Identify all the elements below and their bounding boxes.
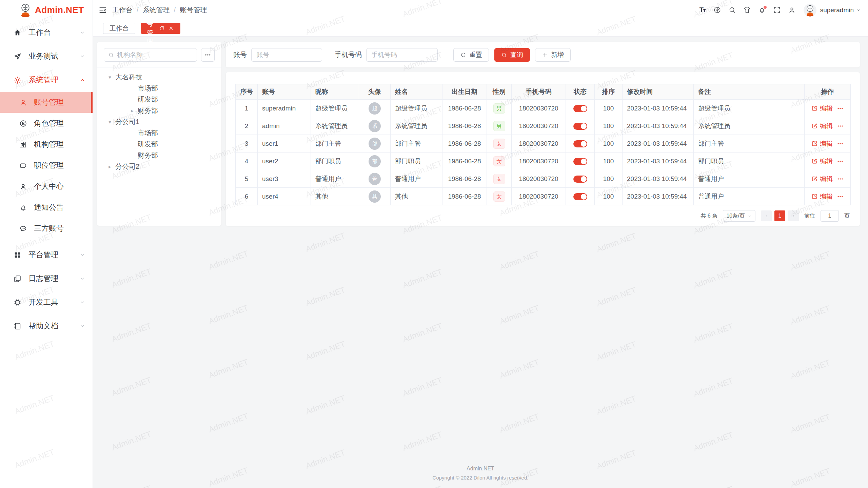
row-more-button[interactable] — [837, 140, 844, 147]
avatar: 系 — [369, 120, 381, 132]
search-icon-button[interactable] — [725, 3, 740, 18]
tree-node-2[interactable]: 研发部 — [97, 94, 221, 105]
row-more-button[interactable] — [837, 158, 844, 165]
goto-page-input[interactable] — [821, 210, 839, 222]
sidebar-subitem-2-3[interactable]: 职位管理 — [0, 155, 93, 176]
edit-button[interactable]: 编辑 — [811, 122, 833, 130]
tab-1[interactable]: 账号管理 — [141, 23, 180, 34]
org-search-input[interactable] — [117, 51, 193, 59]
menu-fold-icon[interactable] — [98, 6, 107, 15]
phone-input[interactable] — [366, 48, 438, 62]
language-icon-button[interactable] — [710, 3, 725, 18]
tree-node-1[interactable]: 市场部 — [97, 83, 221, 94]
row-more-button[interactable] — [837, 176, 844, 182]
edit-button[interactable]: 编辑 — [811, 139, 833, 148]
breadcrumb-item-0[interactable]: 工作台 — [112, 5, 133, 15]
prev-page-button[interactable] — [761, 210, 772, 221]
tree-caret-icon[interactable]: ▸ — [106, 164, 114, 170]
ellipsis-icon — [837, 176, 844, 182]
account-input[interactable] — [251, 48, 322, 62]
reset-button[interactable]: 重置 — [453, 48, 489, 62]
sidebar-item-3[interactable]: 平台管理 — [0, 243, 93, 267]
org-search-field[interactable] — [104, 48, 197, 62]
chevron-down-icon — [79, 299, 86, 306]
cell-phone: 18020030720 — [512, 152, 566, 170]
breadcrumb-separator: / — [137, 6, 139, 14]
profile-icon-button[interactable] — [785, 3, 800, 18]
column-header-name: 姓名 — [391, 84, 442, 100]
edit-icon — [811, 105, 818, 111]
org-tree: ▾大名科技市场部研发部▸财务部▾分公司1市场部研发部财务部▸分公司2 — [97, 67, 221, 172]
sidebar-item-4[interactable]: 日志管理 — [0, 267, 93, 290]
sidebar-item-2[interactable]: 系统管理 — [0, 68, 93, 92]
sidebar-subitem-2-2[interactable]: 机构管理 — [0, 134, 93, 155]
page-footer: Admin.NET Copyright © 2022 Dilon All rig… — [93, 466, 868, 481]
breadcrumb-item-1[interactable]: 系统管理 — [143, 5, 170, 15]
current-page-button[interactable]: 1 — [774, 210, 785, 221]
table-row: 6user4其他其其他1986-06-28女180200307201002023… — [236, 188, 851, 205]
theme-icon-button[interactable] — [740, 3, 755, 18]
edit-button[interactable]: 编辑 — [811, 104, 833, 113]
status-toggle[interactable] — [573, 140, 587, 147]
row-more-button[interactable] — [837, 193, 844, 200]
filter-panel: 账号 手机号码 重置 查询 新增 — [226, 42, 860, 67]
search-button[interactable]: 查询 — [494, 48, 530, 62]
sidebar-subitem-2-6[interactable]: 三方账号 — [0, 218, 93, 239]
sidebar-subitem-2-5[interactable]: 通知公告 — [0, 197, 93, 218]
tree-caret-icon[interactable]: ▾ — [106, 119, 114, 125]
notification-badge — [764, 6, 767, 9]
user-avatar[interactable] — [804, 4, 816, 17]
status-toggle[interactable] — [573, 105, 587, 112]
log-icon — [13, 274, 22, 283]
cell-remark: 部门职员 — [694, 152, 805, 170]
tab-0[interactable]: 工作台 — [103, 23, 135, 34]
sidebar-item-1[interactable]: 业务测试 — [0, 44, 93, 68]
font-size-icon-button[interactable]: TT — [695, 3, 710, 18]
cell-gender: 女 — [487, 188, 512, 205]
language-icon — [713, 6, 721, 14]
status-toggle[interactable] — [573, 176, 587, 183]
tree-node-5[interactable]: 市场部 — [97, 127, 221, 139]
notification-icon-button[interactable] — [755, 3, 770, 18]
mascot-logo-icon — [19, 3, 32, 18]
edit-button[interactable]: 编辑 — [811, 157, 833, 166]
tree-caret-icon[interactable]: ▸ — [128, 108, 136, 114]
next-page-button[interactable] — [788, 210, 799, 221]
avatar: 普 — [369, 173, 381, 185]
page-size-select[interactable]: 10条/页 — [723, 210, 755, 222]
add-button[interactable]: 新增 — [535, 48, 571, 62]
row-more-button[interactable] — [837, 105, 844, 112]
edit-button[interactable]: 编辑 — [811, 175, 833, 183]
tree-node-3[interactable]: ▸财务部 — [97, 105, 221, 116]
status-toggle[interactable] — [573, 193, 587, 200]
sidebar-subitem-2-1[interactable]: 角色管理 — [0, 113, 93, 134]
fullscreen-icon-button[interactable] — [770, 3, 785, 18]
sidebar-item-0[interactable]: 工作台 — [0, 21, 93, 44]
cell-phone: 18020030720 — [512, 117, 566, 135]
org-tree-header — [97, 42, 221, 67]
chevron-down-icon — [79, 323, 86, 329]
tree-node-8[interactable]: ▸分公司2 — [97, 161, 221, 172]
cell-modified: 2023-01-03 10:59:44 — [623, 135, 694, 152]
sidebar-item-6[interactable]: 帮助文档 — [0, 314, 93, 338]
tree-caret-icon[interactable]: ▾ — [106, 74, 114, 80]
edit-button[interactable]: 编辑 — [811, 192, 833, 201]
tree-node-7[interactable]: 财务部 — [97, 150, 221, 161]
sidebar-subitem-2-0[interactable]: 账号管理 — [0, 92, 93, 113]
sidebar-subitem-2-4[interactable]: 个人中心 — [0, 176, 93, 197]
cell-phone: 18020030720 — [512, 170, 566, 188]
org-more-button[interactable] — [201, 48, 215, 62]
cell-gender: 女 — [487, 152, 512, 170]
status-toggle[interactable] — [573, 158, 587, 165]
status-toggle[interactable] — [573, 123, 587, 130]
sidebar-item-5[interactable]: 开发工具 — [0, 290, 93, 314]
tree-node-6[interactable]: 研发部 — [97, 139, 221, 150]
app-logo[interactable]: Admin.NET — [0, 0, 93, 20]
tree-node-0[interactable]: ▾大名科技 — [97, 72, 221, 83]
breadcrumb-item-2: 账号管理 — [180, 5, 207, 15]
tree-node-4[interactable]: ▾分公司1 — [97, 116, 221, 127]
row-more-button[interactable] — [837, 123, 844, 129]
cell-name: 系统管理员 — [391, 117, 442, 135]
cell-avatar: 超 — [359, 100, 391, 117]
username[interactable]: superadmin — [820, 6, 854, 14]
